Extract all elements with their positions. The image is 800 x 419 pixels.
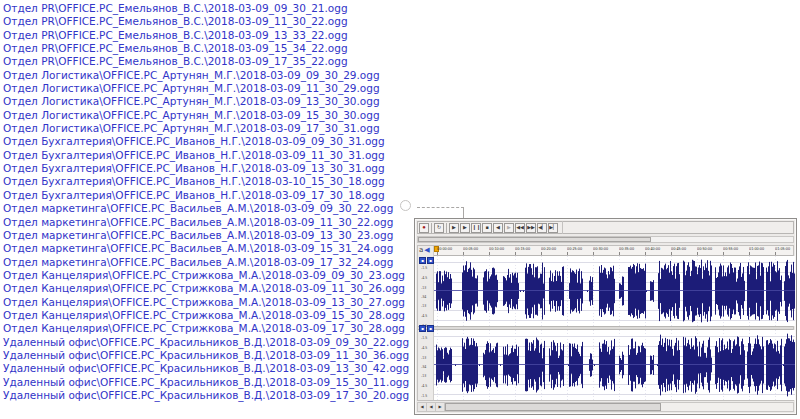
fast-forward-button[interactable]: ▶▶	[526, 223, 536, 233]
file-link[interactable]: Отдел Бухгалтерия\OFFICE.PC_Иванов_Н.Г.\…	[3, 189, 409, 202]
pause-button[interactable]: ❙❙	[471, 223, 481, 233]
callout-dashed-line	[417, 207, 464, 208]
rewind-icon: ◀◀	[516, 224, 524, 230]
track-2-scale-label: -34	[421, 365, 426, 369]
file-link[interactable]: Отдел Канцелярия\OFFICE.PC_Стрижкова_М.А…	[3, 269, 409, 282]
track-1-scale-label: -34	[421, 295, 426, 299]
track-2-mode-button[interactable]: ▪	[427, 325, 434, 332]
horizontal-scrollbar-thumb[interactable]	[445, 403, 661, 411]
file-link[interactable]: Отдел Бухгалтерия\OFFICE.PC_Иванов_Н.Г.\…	[3, 175, 409, 188]
callout-circle	[400, 200, 411, 211]
track-2-scale-label: -1.5	[421, 394, 427, 398]
next-button[interactable]: ▶	[504, 223, 514, 233]
ruler-tick-label: 00:00:00	[437, 247, 452, 251]
track-1-scale-label: -1.5	[421, 265, 427, 269]
file-link[interactable]: Отдел PR\OFFICE.PC_Емельянов_В.С.\2018-0…	[3, 2, 409, 15]
track-1-scale-label: -4.5	[421, 314, 427, 318]
file-link[interactable]: Удаленный офис\OFFICE.PC_Красильников_В.…	[3, 349, 409, 362]
track-2-scale-label: -13	[421, 356, 426, 360]
file-link[interactable]: Отдел Логистика\OFFICE.PC_Артунян_М.Г.\2…	[3, 69, 409, 82]
waveform-track-1[interactable]	[434, 256, 795, 326]
waveform-track-2[interactable]	[434, 330, 795, 400]
stop-button[interactable]: ■	[482, 223, 492, 233]
file-link[interactable]: Удаленный офис\OFFICE.PC_Красильников_В.…	[3, 376, 409, 389]
speaker-icon[interactable]: ◀	[424, 246, 429, 256]
file-link[interactable]: Отдел Логистика\OFFICE.PC_Артунян_М.Г.\2…	[3, 82, 409, 95]
ruler-tick-mark	[645, 252, 646, 255]
file-link[interactable]: Отдел Логистика\OFFICE.PC_Артунян_М.Г.\2…	[3, 109, 409, 122]
play-button[interactable]: ▶	[449, 223, 459, 233]
monitor-button[interactable]: ↻	[434, 223, 444, 233]
file-link[interactable]: Отдел PR\OFFICE.PC_Емельянов_В.С.\2018-0…	[3, 55, 409, 68]
ruler-tick-mark	[541, 252, 542, 255]
file-link[interactable]: Отдел маркетинга\OFFICE.PC_Васильев_А.М.…	[3, 229, 409, 242]
file-link[interactable]: Отдел Логистика\OFFICE.PC_Артунян_М.Г.\2…	[3, 95, 409, 108]
file-link[interactable]: Отдел Бухгалтерия\OFFICE.PC_Иванов_Н.Г.\…	[3, 135, 409, 148]
ruler-tick-label: 00:20:00	[541, 247, 556, 251]
file-link[interactable]: Удаленный офис\OFFICE.PC_Красильников_В.…	[3, 336, 409, 349]
file-link[interactable]: Отдел PR\OFFICE.PC_Емельянов_В.С.\2018-0…	[3, 15, 409, 28]
track-2-channel-button[interactable]: ▪	[419, 325, 426, 332]
previous-icon: ◀	[496, 224, 500, 230]
horizontal-scrollbar-track[interactable]	[445, 403, 793, 411]
rewind-button[interactable]: ◀◀	[515, 223, 525, 233]
ruler-tick-label: 00:35:00	[619, 247, 634, 251]
file-link[interactable]: Отдел Канцелярия\OFFICE.PC_Стрижкова_М.А…	[3, 282, 409, 295]
file-link[interactable]: Отдел Канцелярия\OFFICE.PC_Стрижкова_М.А…	[3, 322, 409, 335]
horizontal-scrollbar[interactable]: ◀◀▶	[417, 402, 794, 412]
go-start-button[interactable]: ◀▏	[537, 223, 547, 233]
file-link[interactable]: Отдел Канцелярия\OFFICE.PC_Стрижкова_М.А…	[3, 296, 409, 309]
hscroll-button-3[interactable]: ▶	[436, 403, 445, 411]
track-1-scale-label: -13	[421, 286, 426, 290]
ruler-tick-label: 00:05:00	[463, 247, 478, 251]
file-link[interactable]: Удаленный офис\OFFICE.PC_Красильников_В.…	[3, 362, 409, 375]
ruler-tick-label: 00:45:00	[671, 247, 686, 251]
pause-icon: ❙❙	[472, 224, 480, 230]
ruler-tick-mark	[749, 252, 750, 255]
ruler-tick-mark	[515, 252, 516, 255]
ruler-tick-label: 00:30:00	[593, 247, 608, 251]
ruler-tick-mark	[671, 252, 672, 255]
audio-player-window: ●↻▶▶❙❙■◀▶◀◀▶▶◀▏▶▏ a ◀ 00:00:0000:05:0000…	[414, 218, 797, 415]
ruler-tick-label: 00:55:00	[723, 247, 738, 251]
track-1-scale-label: -13	[421, 304, 426, 308]
previous-button[interactable]: ◀	[493, 223, 503, 233]
track-1-channel-button[interactable]: ▪	[419, 257, 426, 264]
file-link[interactable]: Отдел PR\OFFICE.PC_Емельянов_В.С.\2018-0…	[3, 29, 409, 42]
file-link[interactable]: Отдел Канцелярия\OFFICE.PC_Стрижкова_М.А…	[3, 309, 409, 322]
record-icon: ●	[422, 224, 426, 230]
file-link[interactable]: Удаленный офис\OFFICE.PC_Красильников_В.…	[3, 389, 409, 402]
file-link[interactable]: Отдел PR\OFFICE.PC_Емельянов_В.С.\2018-0…	[3, 42, 409, 55]
ruler-tick-mark	[723, 252, 724, 255]
hscroll-button-1[interactable]: ◀	[418, 403, 427, 411]
hscroll-button-2[interactable]: ◀	[427, 403, 436, 411]
go-end-icon: ▶▏	[549, 224, 557, 230]
ruler-tick-mark	[463, 252, 464, 255]
file-link[interactable]: Отдел маркетинга\OFFICE.PC_Васильев_А.М.…	[3, 242, 409, 255]
next-icon: ▶	[507, 224, 511, 230]
ruler-tick-mark	[775, 252, 776, 255]
file-link[interactable]: Отдел Логистика\OFFICE.PC_Артунян_М.Г.\2…	[3, 122, 409, 135]
file-link[interactable]: Отдел Бухгалтерия\OFFICE.PC_Иванов_Н.Г.\…	[3, 162, 409, 175]
ruler-tick-mark	[697, 252, 698, 255]
annotation-icon[interactable]: a	[419, 246, 423, 256]
track-1-mode-button[interactable]: ▪	[427, 257, 434, 264]
track-2-scale-label: -13	[421, 374, 426, 378]
play-all-icon: ▶	[463, 224, 467, 230]
file-link[interactable]: Отдел Бухгалтерия\OFFICE.PC_Иванов_Н.Г.\…	[3, 149, 409, 162]
timeline-ruler[interactable]: 00:00:0000:05:0000:10:0000:15:0000:20:00…	[434, 246, 793, 256]
ruler-tick-mark	[567, 252, 568, 255]
recording-file-list: Отдел PR\OFFICE.PC_Емельянов_В.С.\2018-0…	[3, 2, 409, 402]
position-bar[interactable]	[417, 236, 794, 243]
transport-toolbar: ●↻▶▶❙❙■◀▶◀◀▶▶◀▏▶▏	[417, 221, 794, 234]
ruler-tick-label: 00:10:00	[489, 247, 504, 251]
waveform-panel: a ◀ 00:00:0000:05:0000:10:0000:15:0000:2…	[417, 245, 794, 401]
play-icon: ▶	[452, 224, 456, 230]
record-button[interactable]: ●	[419, 223, 429, 233]
file-link[interactable]: Отдел маркетинга\OFFICE.PC_Васильев_А.М.…	[3, 256, 409, 269]
file-link[interactable]: Отдел маркетинга\OFFICE.PC_Васильев_А.М.…	[3, 202, 409, 215]
file-link[interactable]: Отдел маркетинга\OFFICE.PC_Васильев_А.М.…	[3, 216, 409, 229]
go-end-button[interactable]: ▶▏	[548, 223, 558, 233]
play-all-button[interactable]: ▶	[460, 223, 470, 233]
position-bar-thumb[interactable]	[418, 237, 651, 242]
